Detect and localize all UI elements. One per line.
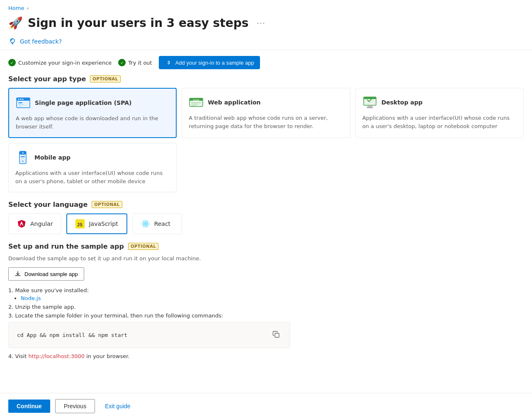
localhost-link[interactable]: http://localhost:3000 — [28, 353, 85, 359]
feedback-bar: Got feedback? — [0, 35, 532, 50]
continue-button[interactable]: Continue — [8, 400, 50, 413]
instruction-1: 1. Make sure you've installed: Node.js — [8, 287, 524, 301]
app-type-card-spa-header: Single page application (SPA) — [16, 95, 169, 110]
step-1-check: ✓ — [8, 59, 16, 66]
react-icon — [141, 219, 150, 228]
step-2: ✓ Try it out — [118, 59, 152, 66]
svg-text:www: www — [193, 98, 200, 102]
lang-card-angular[interactable]: Angular — [8, 213, 61, 234]
svg-rect-8 — [18, 106, 22, 107]
svg-point-23 — [22, 161, 24, 162]
code-block: cd App && npm install && npm start — [8, 322, 290, 348]
webapp-card-title: Web application — [208, 99, 260, 106]
download-btn-label: Download sample app — [24, 271, 78, 277]
step-3-label: Add your sign-in to a sample app — [175, 60, 254, 66]
spa-card-title: Single page application (SPA) — [35, 99, 131, 106]
svg-rect-22 — [21, 158, 24, 159]
svg-rect-13 — [191, 104, 199, 105]
app-type-optional-badge: OPTIONAL — [90, 75, 120, 82]
lang-react-label: React — [154, 220, 170, 227]
desktop-icon — [362, 95, 377, 110]
language-optional-badge: OPTIONAL — [92, 201, 122, 208]
feedback-link[interactable]: Got feedback? — [20, 38, 62, 45]
app-type-card-desktop-header: Desktop app — [362, 95, 517, 110]
language-section: Select your language OPTIONAL Angular JS — [8, 201, 524, 234]
visit-suffix: in your browser. — [85, 353, 129, 359]
svg-text:JS: JS — [77, 222, 83, 228]
desktop-card-title: Desktop app — [381, 99, 423, 106]
breadcrumb: Home › — [0, 0, 532, 15]
steps-bar: ✓ Customize your sign-in experience ✓ Tr… — [0, 50, 532, 75]
setup-section: Set up and run the sample app OPTIONAL D… — [8, 242, 524, 359]
angular-icon — [17, 219, 26, 228]
main-content: Select your app type OPTIONAL Single pag… — [0, 75, 532, 359]
webapp-card-desc: A traditional web app whose code runs on… — [189, 114, 343, 130]
app-type-card-desktop[interactable]: Desktop app Applications with a user int… — [355, 88, 524, 138]
desktop-card-desc: Applications with a user interface(UI) w… — [362, 114, 517, 130]
svg-rect-16 — [364, 97, 376, 99]
app-type-grid-row2: Mobile app Applications with a user inte… — [8, 143, 524, 192]
app-type-card-spa[interactable]: Single page application (SPA) A web app … — [8, 88, 177, 138]
app-type-card-mobile-header: Mobile app — [15, 150, 170, 165]
breadcrumb-separator: › — [27, 5, 29, 11]
mobile-icon — [15, 150, 30, 165]
svg-rect-21 — [21, 156, 25, 157]
step-2-label: Try it out — [128, 60, 152, 66]
svg-point-30 — [144, 223, 146, 225]
spa-icon — [16, 95, 31, 110]
language-section-title: Select your language OPTIONAL — [8, 201, 524, 208]
step-3-number: 3 — [165, 58, 173, 67]
rocket-emoji: 🚀 — [8, 16, 23, 30]
svg-rect-14 — [191, 105, 196, 106]
copy-code-button[interactable] — [271, 329, 282, 341]
exit-guide-button[interactable]: Exit guide — [100, 400, 135, 413]
more-options-button[interactable]: ··· — [253, 17, 269, 29]
app-type-section-title: Select your app type OPTIONAL — [8, 75, 524, 83]
svg-point-20 — [22, 153, 24, 154]
setup-description: Download the sample app to set it up and… — [8, 255, 524, 262]
visit-line: 4. Visit http://localhost:3000 in your b… — [8, 353, 524, 359]
feedback-icon — [8, 37, 17, 46]
svg-rect-34 — [275, 333, 279, 337]
instruction-3: 3. Locate the sample folder in your term… — [8, 312, 524, 319]
mobile-card-desc: Applications with a user interface(UI) w… — [15, 169, 170, 185]
language-title-text: Select your language — [8, 201, 87, 208]
instruction-3-text: Locate the sample folder in your termina… — [15, 312, 223, 319]
app-type-card-mobile[interactable]: Mobile app Applications with a user inte… — [8, 143, 177, 192]
instruction-2-text: Unzip the sample app. — [15, 304, 76, 310]
app-type-grid-row1: Single page application (SPA) A web app … — [8, 88, 524, 138]
svg-rect-12 — [191, 102, 201, 103]
lang-angular-label: Angular — [30, 220, 53, 227]
instruction-2: 2. Unzip the sample app. — [8, 304, 524, 310]
app-type-card-webapp-header: www Web application — [189, 95, 343, 110]
javascript-icon: JS — [75, 219, 85, 228]
copy-icon — [272, 331, 280, 338]
setup-title-text: Set up and run the sample app — [8, 242, 124, 250]
page-header: 🚀 Sign in your users in 3 easy steps ··· — [0, 15, 532, 35]
lang-card-javascript[interactable]: JS JavaScript — [66, 213, 127, 234]
svg-point-3 — [18, 99, 19, 100]
instruction-1-text: Make sure you've installed: — [15, 287, 89, 293]
step-2-check: ✓ — [118, 59, 126, 66]
step-3-button[interactable]: 3 Add your sign-in to a sample app — [159, 56, 260, 69]
language-cards: Angular JS JavaScript React — [8, 213, 524, 234]
app-type-card-webapp[interactable]: www Web application A traditional web ap… — [182, 88, 350, 138]
code-content: cd App && npm install && npm start — [17, 332, 127, 338]
svg-rect-7 — [18, 104, 24, 105]
footer-bar: Continue Previous Exit guide — [0, 393, 532, 419]
setup-optional-badge: OPTIONAL — [128, 243, 158, 250]
breadcrumb-home[interactable]: Home — [8, 5, 24, 11]
setup-section-title: Set up and run the sample app OPTIONAL — [8, 242, 524, 250]
app-type-title-text: Select your app type — [8, 75, 86, 83]
lang-javascript-label: JavaScript — [89, 220, 118, 227]
webapp-icon: www — [189, 95, 204, 110]
download-icon — [15, 271, 21, 277]
svg-point-5 — [22, 99, 24, 100]
previous-button[interactable]: Previous — [55, 399, 95, 413]
lang-card-react[interactable]: React — [132, 213, 182, 234]
svg-point-4 — [20, 99, 22, 100]
download-sample-app-button[interactable]: Download sample app — [8, 267, 84, 281]
mobile-card-title: Mobile app — [34, 154, 70, 161]
nodejs-link[interactable]: Node.js — [21, 295, 41, 301]
step-1: ✓ Customize your sign-in experience — [8, 59, 112, 66]
